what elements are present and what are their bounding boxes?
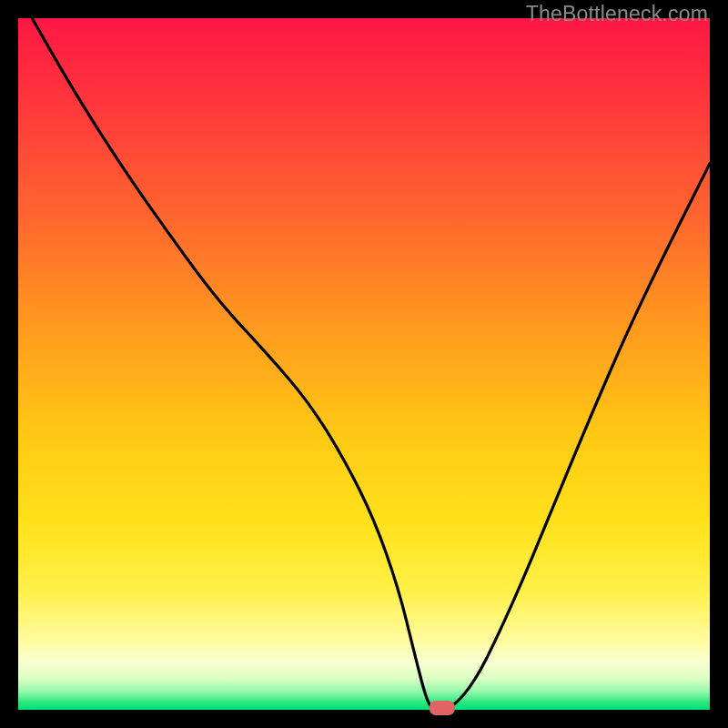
bottleneck-curve xyxy=(32,18,710,710)
watermark-text: TheBottleneck.com xyxy=(526,2,708,26)
plot-area xyxy=(18,18,710,710)
chart-frame: TheBottleneck.com xyxy=(0,0,728,728)
curve-layer xyxy=(18,18,710,710)
optimum-marker xyxy=(430,701,455,715)
